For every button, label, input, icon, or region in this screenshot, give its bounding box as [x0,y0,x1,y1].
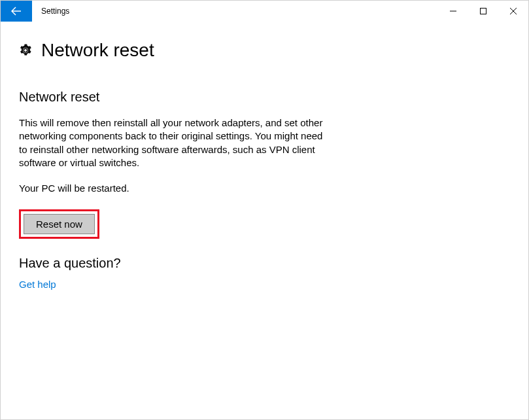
restart-notice: Your PC will be restarted. [19,183,510,194]
back-arrow-icon [11,6,22,16]
page-header: Network reset [19,40,510,61]
back-button[interactable] [1,1,32,22]
section-heading: Network reset [19,90,510,105]
page-title: Network reset [41,40,154,61]
close-button[interactable] [498,1,528,22]
get-help-link[interactable]: Get help [19,279,56,290]
reset-now-button[interactable]: Reset now [24,214,95,234]
svg-rect-0 [481,9,486,14]
minimize-button[interactable] [438,1,468,22]
maximize-button[interactable] [468,1,498,22]
content-area: Network reset Network reset This will re… [1,22,528,290]
description-text: This will remove then reinstall all your… [19,116,326,169]
app-title: Settings [32,1,438,22]
minimize-icon [450,8,456,14]
titlebar: Settings [1,1,528,22]
highlight-annotation: Reset now [19,209,99,239]
question-heading: Have a question? [19,256,510,271]
close-icon [510,8,517,14]
window-controls [438,1,528,22]
maximize-icon [480,8,486,14]
gear-icon [19,44,32,57]
